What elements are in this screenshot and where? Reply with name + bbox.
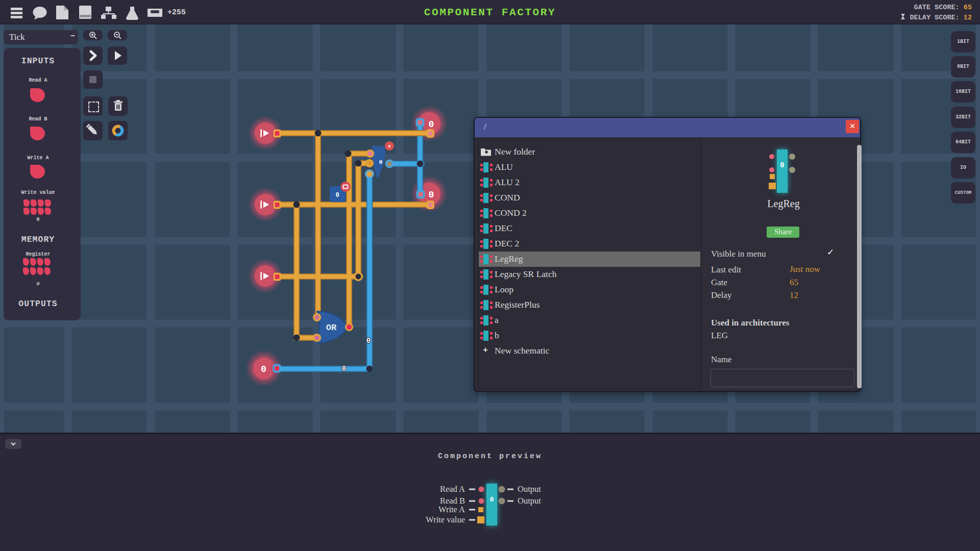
- svg-text:0: 0: [342, 365, 346, 373]
- svg-text:Write value: Write value: [426, 515, 465, 524]
- svg-text:0: 0: [261, 364, 266, 374]
- svg-text:Write A: Write A: [438, 505, 465, 514]
- svg-text:OR: OR: [326, 323, 337, 333]
- svg-text:Output: Output: [518, 484, 541, 494]
- svg-text:0: 0: [366, 337, 371, 345]
- svg-text:8: 8: [388, 144, 391, 148]
- svg-text:0: 0: [429, 119, 434, 130]
- svg-text:Output: Output: [518, 496, 541, 506]
- svg-text:Read A: Read A: [440, 484, 465, 494]
- svg-text:0: 0: [335, 192, 339, 199]
- svg-text:0: 0: [379, 159, 383, 165]
- svg-text:0: 0: [429, 190, 434, 200]
